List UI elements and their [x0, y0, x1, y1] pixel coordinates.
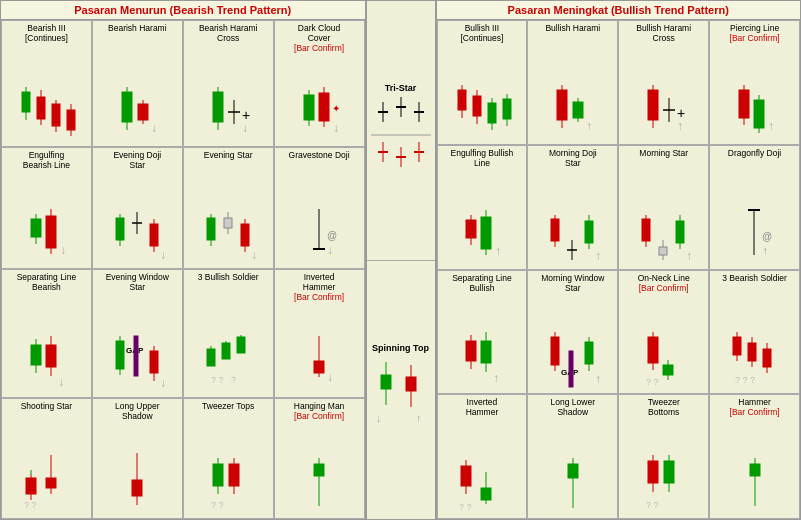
evening-doji-chart: ↓	[110, 204, 165, 262]
pattern-long-lower-shadow: Long LowerShadow	[527, 394, 618, 519]
svg-text:↓: ↓	[376, 412, 382, 424]
svg-rect-104	[132, 480, 142, 496]
svg-rect-130	[381, 375, 391, 389]
svg-text:@: @	[327, 230, 337, 241]
svg-rect-138	[458, 90, 466, 110]
separating-bullish-chart: ↑	[459, 327, 504, 387]
svg-rect-171	[466, 220, 476, 238]
pattern-hammer: Hammer[Bar Confirm]	[709, 394, 800, 519]
pattern-long-upper-shadow: Long UpperShadow	[92, 398, 183, 519]
pattern-evening-doji: Evening DojiStar ↓	[92, 147, 183, 268]
inverted-hammer-bearish-chart: ↓	[297, 331, 342, 391]
piercing-line-chart: ↑	[732, 80, 777, 138]
pattern-on-neck: On-Neck Line[Bar Confirm] ? ?	[618, 270, 709, 395]
svg-rect-251	[750, 464, 760, 476]
pattern-bullish-harami-cross: Bullish HaramiCross + ↑	[618, 20, 709, 145]
svg-text:↑: ↑	[586, 119, 592, 133]
svg-text:?: ?	[231, 375, 236, 385]
pattern-hanging-man: Hanging Man[Bar Confirm]	[274, 398, 365, 519]
morning-star-chart: ↑	[636, 205, 691, 263]
svg-text:↓: ↓	[251, 248, 257, 262]
svg-text:↑: ↑	[677, 119, 683, 133]
svg-rect-87	[237, 337, 245, 353]
svg-rect-81	[207, 349, 215, 366]
shooting-star-chart: ? ?	[19, 450, 74, 512]
svg-rect-4	[37, 97, 45, 119]
svg-rect-141	[473, 96, 481, 116]
pattern-inverted-hammer-b: InvertedHammer[Bar Confirm] ↓	[274, 269, 365, 398]
svg-rect-208	[551, 337, 559, 365]
svg-rect-57	[241, 224, 249, 246]
svg-rect-107	[213, 464, 223, 486]
svg-text:? ?: ? ?	[646, 377, 659, 387]
separating-bearish-chart: ↓	[24, 331, 69, 391]
svg-text:↓: ↓	[242, 121, 248, 135]
svg-text:↓: ↓	[333, 121, 339, 135]
tri-star-label: Tri-Star	[385, 83, 417, 93]
svg-text:@: @	[762, 231, 772, 242]
svg-rect-1	[22, 92, 30, 112]
bullish-harami-chart: ↑	[550, 80, 595, 138]
tweezer-tops-chart: ? ?	[206, 450, 251, 512]
pattern-gravestone-doji: Gravestone Doji @ ↓	[274, 147, 365, 268]
svg-text:↑: ↑	[495, 244, 501, 258]
morning-doji-chart: ↑	[545, 205, 600, 263]
pattern-piercing-line: Piercing Line[Bar Confirm] ↑	[709, 20, 800, 145]
svg-text:↑: ↑	[768, 119, 774, 133]
svg-text:? ? ?: ? ? ?	[735, 375, 755, 385]
svg-rect-183	[585, 221, 593, 243]
pattern-tweezer-bottoms: TweezerBottoms ? ?	[618, 394, 709, 519]
svg-rect-167	[754, 100, 764, 128]
svg-rect-241	[568, 464, 578, 478]
svg-rect-100	[46, 478, 56, 488]
pattern-bullish-harami: Bullish Harami ↑	[527, 20, 618, 145]
long-lower-shadow-chart	[558, 450, 588, 512]
svg-rect-96	[26, 478, 36, 494]
bearish-harami-chart: ↓	[115, 82, 160, 140]
svg-text:? ?: ? ?	[211, 375, 224, 385]
svg-rect-147	[503, 99, 511, 119]
pattern-evening-window: Evening WindowStar GAP	[92, 269, 183, 398]
pattern-bearish-harami-cross: Bearish HaramiCross + ↓	[183, 20, 274, 147]
pattern-evening-star: Evening Star	[183, 147, 274, 268]
svg-rect-174	[481, 217, 491, 249]
svg-rect-204	[481, 341, 491, 363]
bullish-iii-chart	[452, 80, 512, 138]
svg-rect-217	[648, 337, 658, 363]
svg-rect-54	[224, 218, 232, 228]
svg-rect-230	[763, 349, 771, 367]
svg-rect-10	[67, 110, 75, 130]
pattern-shooting-star: Shooting Star ? ?	[1, 398, 92, 519]
svg-text:↑: ↑	[686, 249, 692, 263]
pattern-tweezer-tops: Tweezer Tops ? ?	[183, 398, 274, 519]
gravestone-doji-chart: @ ↓	[297, 204, 342, 262]
svg-rect-153	[573, 102, 583, 118]
svg-rect-42	[116, 218, 124, 240]
svg-rect-114	[314, 464, 324, 476]
svg-rect-13	[122, 92, 132, 122]
pattern-morning-star: Morning Star ↑	[618, 145, 709, 270]
3-bullish-soldier-chart: ? ? ?	[201, 331, 256, 391]
3-bearish-soldier-chart: ? ? ?	[727, 327, 782, 387]
svg-text:↓: ↓	[160, 248, 166, 262]
pattern-3-bullish-soldier: 3 Bullish Soldier	[183, 269, 274, 398]
svg-rect-193	[676, 221, 684, 243]
svg-rect-247	[664, 461, 674, 483]
bullish-harami-cross-chart: + ↑	[641, 80, 686, 138]
spinning-top-label: Spinning Top	[372, 343, 429, 353]
bearish-grid: Bearish III[Continues]	[1, 20, 365, 519]
pattern-separating-bullish: Separating LineBullish ↑	[437, 270, 528, 395]
svg-rect-187	[642, 219, 650, 241]
tweezer-bottoms-chart: ? ?	[641, 450, 686, 512]
svg-rect-84	[222, 343, 230, 359]
pattern-bearish-iii: Bearish III[Continues]	[1, 20, 92, 147]
svg-text:? ?: ? ?	[24, 500, 37, 510]
svg-rect-164	[739, 90, 749, 118]
svg-rect-77	[150, 351, 158, 373]
middle-section: Tri-Star	[367, 1, 437, 519]
dragonfly-doji-chart: @ ↑	[732, 205, 777, 263]
svg-rect-7	[52, 104, 60, 126]
engulfing-bearish-chart: ↓	[24, 204, 69, 262]
svg-rect-244	[648, 461, 658, 483]
svg-rect-190	[659, 247, 667, 255]
